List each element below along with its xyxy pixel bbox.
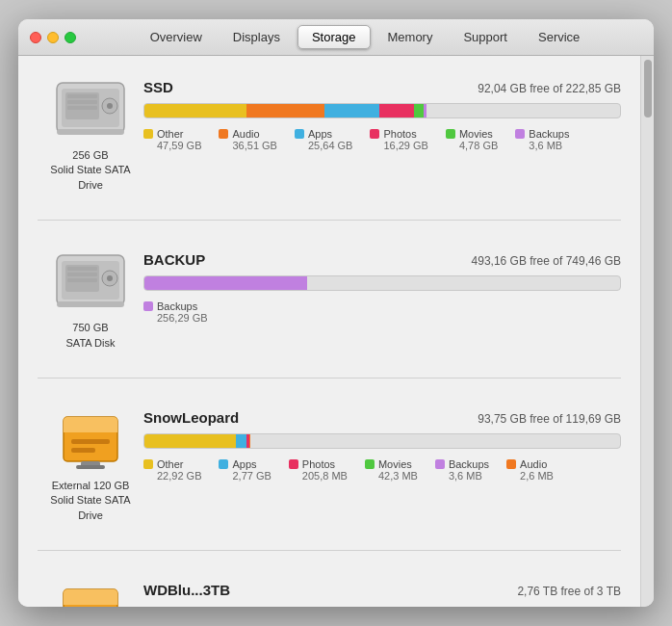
legend-item-backups-backup: Backups 256,29 GB <box>143 300 208 324</box>
minimize-button[interactable] <box>47 32 59 43</box>
bar-apps <box>324 104 379 117</box>
drive-header-ssd: SSD 92,04 GB free of 222,85 GB <box>143 79 621 95</box>
legend-item-photos: Photos 16,29 GB <box>370 128 427 151</box>
tab-service[interactable]: Service <box>525 25 593 49</box>
content-area: 256 GB Solid State SATA Drive SSD 92,04 … <box>18 56 654 607</box>
legend-item-movies-sl: Movies 42,3 MB <box>365 458 418 482</box>
maximize-button[interactable] <box>65 32 76 43</box>
svg-rect-14 <box>67 278 97 282</box>
bar-backups <box>424 104 426 117</box>
legend-item-movies: Movies 4,78 GB <box>446 128 498 151</box>
legend-dot-apps-sl <box>219 459 228 469</box>
legend-name-photos: Photos <box>383 128 416 140</box>
bar-other <box>144 104 246 117</box>
bar-photos <box>379 104 415 117</box>
drive-free-backup: 493,16 GB free of 749,46 GB <box>472 254 621 268</box>
drive-free-wdblue: 2,76 TB free of 3 TB <box>517 585 621 598</box>
scrollbar-thumb[interactable] <box>644 60 652 117</box>
legend-name-backups-backup: Backups <box>157 300 197 312</box>
close-button[interactable] <box>30 32 41 43</box>
svg-rect-13 <box>67 273 97 276</box>
traffic-lights <box>30 32 76 43</box>
ext-icon-snowleopard <box>52 405 129 473</box>
divider-1 <box>38 220 621 221</box>
drive-icon-area-ssd: 256 GB Solid State SATA Drive <box>38 75 143 193</box>
legend-name-other: Other <box>157 128 184 140</box>
svg-rect-3 <box>67 94 97 98</box>
drive-info-backup: BACKUP 493,16 GB free of 749,46 GB Backu… <box>143 248 621 324</box>
drive-header-wdblue: WDBlu...3TB 2,76 TB free of 3 TB <box>143 582 621 598</box>
legend-dot-photos-sl <box>289 459 298 469</box>
svg-rect-8 <box>57 129 124 135</box>
bar-other-sl <box>144 434 236 448</box>
drive-name-ssd: SSD <box>143 79 173 95</box>
legend-name-photos-sl: Photos <box>302 458 335 470</box>
drive-info-ssd: SSD 92,04 GB free of 222,85 GB <box>143 75 621 151</box>
legend-value-photos-sl: 205,8 MB <box>289 470 348 482</box>
svg-rect-27 <box>64 599 117 605</box>
drive-info-wdblue: WDBlu...3TB 2,76 TB free of 3 TB <box>143 578 621 606</box>
legend-item-photos-sl: Photos 205,8 MB <box>289 458 348 482</box>
tab-displays[interactable]: Displays <box>220 25 294 49</box>
svg-point-16 <box>107 275 113 281</box>
drive-list: 256 GB Solid State SATA Drive SSD 92,04 … <box>18 56 640 607</box>
legend-ssd: Other 47,59 GB Audio 36,51 GB <box>143 128 621 151</box>
legend-item-audio-sl: Audio 2,6 MB <box>506 458 554 482</box>
drive-name-backup: BACKUP <box>143 251 205 268</box>
scrollbar-track[interactable] <box>640 56 654 607</box>
storage-bar-snowleopard <box>143 433 621 449</box>
drive-free-ssd: 92,04 GB free of 222,85 GB <box>478 82 621 95</box>
tab-overview[interactable]: Overview <box>137 25 216 49</box>
tab-bar: Overview Displays Storage Memory Support… <box>88 25 642 49</box>
legend-dot-apps <box>295 129 304 139</box>
legend-item-audio: Audio 36,51 GB <box>219 128 276 151</box>
legend-value-apps: 25,64 GB <box>295 140 352 151</box>
drive-name-wdblue: WDBlu...3TB <box>143 582 230 598</box>
legend-dot-other-sl <box>143 459 153 469</box>
legend-value-audio: 36,51 GB <box>219 140 276 151</box>
tab-memory[interactable]: Memory <box>375 25 447 49</box>
hdd-icon-ssd <box>52 75 129 143</box>
drive-header-backup: BACKUP 493,16 GB free of 749,46 GB <box>143 251 621 268</box>
legend-value-backups-backup: 256,29 GB <box>143 312 208 324</box>
bar-movies <box>414 104 424 117</box>
drive-free-snowleopard: 93,75 GB free of 119,69 GB <box>478 412 621 426</box>
legend-dot-backups <box>515 129 525 139</box>
tab-support[interactable]: Support <box>450 25 521 49</box>
main-window: Overview Displays Storage Memory Support… <box>18 19 654 607</box>
bar-apps-sl <box>236 434 246 448</box>
drive-item-ssd: 256 GB Solid State SATA Drive SSD 92,04 … <box>38 75 621 193</box>
legend-dot-audio-sl <box>506 459 516 469</box>
drive-icon-area-snowleopard: External 120 GB Solid State SATA Drive <box>38 405 143 523</box>
legend-item-backups-sl: Backups 3,6 MB <box>435 458 489 482</box>
storage-bar-backup <box>143 275 621 291</box>
drive-name-snowleopard: SnowLeopard <box>143 409 239 426</box>
legend-name-movies: Movies <box>459 128 493 140</box>
legend-value-movies-sl: 42,3 MB <box>365 470 418 482</box>
legend-value-photos: 16,29 GB <box>370 140 427 151</box>
drive-header-snowleopard: SnowLeopard 93,75 GB free of 119,69 GB <box>143 409 621 426</box>
svg-point-7 <box>107 103 113 109</box>
legend-value-apps-sl: 2,77 GB <box>219 470 271 482</box>
svg-rect-22 <box>71 448 95 453</box>
legend-value-backups: 3,6 MB <box>515 140 562 151</box>
legend-name-movies-sl: Movies <box>378 458 412 470</box>
ext-icon-wdblue <box>52 578 129 607</box>
legend-name-apps: Apps <box>308 128 332 140</box>
legend-value-movies: 4,78 GB <box>446 140 498 151</box>
drive-icon-area-wdblue <box>38 578 143 607</box>
legend-item-other-sl: Other 22,92 GB <box>143 458 201 482</box>
hdd-icon-backup <box>52 248 129 315</box>
svg-rect-24 <box>76 465 105 469</box>
legend-name-audio: Audio <box>232 128 259 140</box>
tab-storage[interactable]: Storage <box>297 25 371 49</box>
drive-label-snowleopard: External 120 GB Solid State SATA Drive <box>50 479 130 523</box>
legend-dot-movies-sl <box>365 459 375 469</box>
divider-3 <box>38 550 621 551</box>
svg-rect-4 <box>67 100 97 104</box>
svg-rect-5 <box>67 106 97 110</box>
drive-item-snowleopard: External 120 GB Solid State SATA Drive S… <box>38 405 621 523</box>
drive-item-backup: 750 GB SATA Disk BACKUP 493,16 GB free o… <box>38 248 621 351</box>
svg-rect-12 <box>67 267 97 271</box>
legend-dot-backups-sl <box>435 459 445 469</box>
